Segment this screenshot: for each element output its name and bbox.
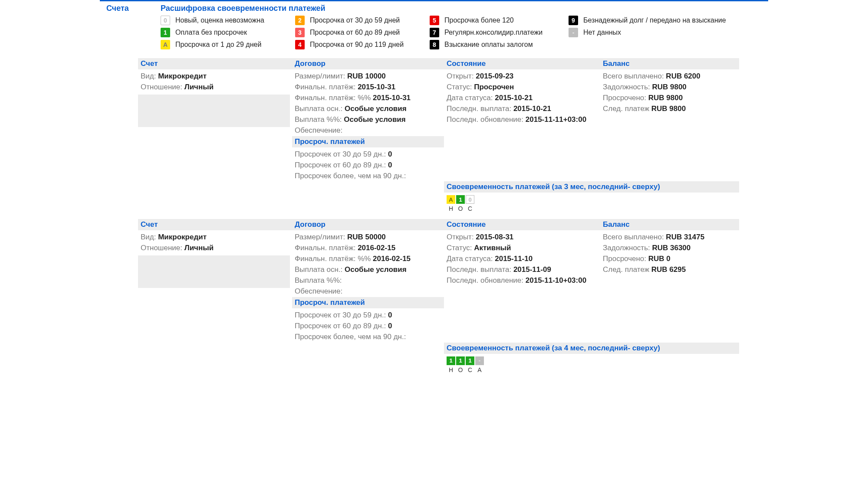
legend-item: -Нет данных [569,28,751,37]
legend-label: Регулярн.консолидир.платежи [444,29,542,36]
field: Статус: Активный [444,243,600,254]
legend-item: 7Регулярн.консолидир.платежи [430,28,569,37]
legend-label: Просрочка от 90 до 119 дней [310,41,404,49]
legend-chip: 0 [161,16,170,25]
month-label: С [466,366,474,373]
section-state: Состояние [444,58,600,69]
field: Выплата %%: Особые условия [292,114,444,125]
field: След. платеж RUB 9800 [600,104,739,114]
field: Просрочек более, чем на 90 дн.: [292,171,444,182]
month-label: О [456,366,465,373]
account-block: СчетВид: МикрокредитОтношение: ЛичныйДог… [100,58,768,181]
field: Открыт: 2015-09-23 [444,71,600,82]
field: Финальн. платёж: 2016-02-15 [292,243,444,254]
field: Выплата осн.: Особые условия [292,265,444,275]
field: Финальн. платёж: 2015-10-31 [292,82,444,93]
field: Дата статуса: 2015-11-10 [444,254,600,265]
legend-label: Просрочка более 120 [444,16,514,24]
legend-item: 4Просрочка от 90 до 119 дней [295,40,430,49]
field: Выплата %%: [292,275,444,286]
section-state: Состояние [444,219,600,230]
field: Обеспечение: [292,286,444,297]
field: Финальн. платёж: %% 2016-02-15 [292,254,444,265]
field: Вид: Микрокредит [138,232,292,243]
legend-chip: 2 [295,16,305,25]
field: Задолжность: RUB 9800 [600,82,739,93]
legend-title: Расшифровка своевременности платежей [161,4,768,13]
legend-item: 8Взыскание оплаты залогом [430,40,569,49]
legend-label: Безнадежный долг / передано на взыскание [583,16,726,24]
legend-item: 1Оплата без просрочек [161,28,295,37]
field: Дата статуса: 2015-10-21 [444,93,600,104]
month-label: Н [447,366,455,373]
field: Задолжность: RUB 36300 [600,243,739,254]
legend-item: 0Новый, оценка невозможна [161,16,295,25]
field: Просрочек от 60 до 89 дн.: 0 [292,321,444,332]
timeliness-square: 1 [456,195,465,204]
page-title: Счета [100,4,161,52]
section-contract: Договор [292,58,444,69]
legend-chip: A [161,40,170,49]
section-balance: Баланс [600,219,739,230]
field: Обеспечение: [292,125,444,136]
field: Просрочек от 30 до 59 дн.: 0 [292,149,444,160]
section-balance: Баланс [600,58,739,69]
account-block: СчетВид: МикрокредитОтношение: ЛичныйДог… [100,219,768,342]
legend-chip: 7 [430,28,439,37]
field: Просрочек от 30 до 59 дн.: 0 [292,310,444,321]
field: Последн. выплата: 2015-10-21 [444,104,600,114]
field: Последн. обновление: 2015-11-10+03:00 [444,275,600,286]
timeliness-square: 1 [447,356,455,365]
field: Просрочено: RUB 9800 [600,93,739,104]
empty-area [138,255,290,288]
section-account: Счет [138,58,292,69]
month-label: Н [447,205,455,212]
field: Размер/лимит: RUB 50000 [292,232,444,243]
section-contract: Договор [292,219,444,230]
legend-item: 9Безнадежный долг / передано на взыскани… [569,16,751,25]
section-late: Просроч. платежей [292,297,444,308]
field: Просрочек более, чем на 90 дн.: [292,332,444,343]
legend-chip: 9 [569,16,578,25]
legend-label: Взыскание оплаты залогом [444,41,533,49]
field: Открыт: 2015-08-31 [444,232,600,243]
timeliness-square: 0 [466,195,474,204]
field: Просрочек от 60 до 89 дн.: 0 [292,160,444,171]
section-timeliness: Своевременность платежей (за 4 мес, посл… [444,343,739,354]
legend-label: Просрочка от 60 до 89 дней [310,29,400,36]
field: Последн. выплата: 2015-11-09 [444,265,600,275]
month-label: О [456,205,465,212]
legend-chip: 1 [161,28,170,37]
section-timeliness: Своевременность платежей (за 3 мес, посл… [444,181,739,193]
timeliness-block: Своевременность платежей (за 4 мес, посл… [100,343,768,374]
field: Выплата осн.: Особые условия [292,104,444,114]
timeliness-square: - [475,356,484,365]
field: Вид: Микрокредит [138,71,292,82]
legend-chip: 3 [295,28,305,37]
legend-label: Просрочка от 30 до 59 дней [310,16,400,24]
timeliness-square: A [447,195,455,204]
field: Отношение: Личный [138,82,292,93]
legend-item: 3Просрочка от 60 до 89 дней [295,28,430,37]
section-late: Просроч. платежей [292,136,444,147]
legend-chip: 4 [295,40,305,49]
legend-label: Новый, оценка невозможна [175,16,264,24]
legend-label: Оплата без просрочек [175,29,247,36]
legend-item: AПросрочка от 1 до 29 дней [161,40,295,49]
field: Всего выплачено: RUB 31475 [600,232,739,243]
section-account: Счет [138,219,292,230]
field: Отношение: Личный [138,243,292,254]
empty-area [138,95,290,127]
month-label: С [466,205,474,212]
field: Просрочено: RUB 0 [600,254,739,265]
legend-item: 5Просрочка более 120 [430,16,569,25]
field: Финальн. платёж: %% 2015-10-31 [292,93,444,104]
timeliness-block: Своевременность платежей (за 3 мес, посл… [100,181,768,213]
field: Всего выплачено: RUB 6200 [600,71,739,82]
field: Статус: Просрочен [444,82,600,93]
header: Счета Расшифровка своевременности платеж… [100,4,768,52]
legend-chip: 8 [430,40,439,49]
timeliness-square: 1 [466,356,474,365]
field: Размер/лимит: RUB 10000 [292,71,444,82]
legend-item: 2Просрочка от 30 до 59 дней [295,16,430,25]
